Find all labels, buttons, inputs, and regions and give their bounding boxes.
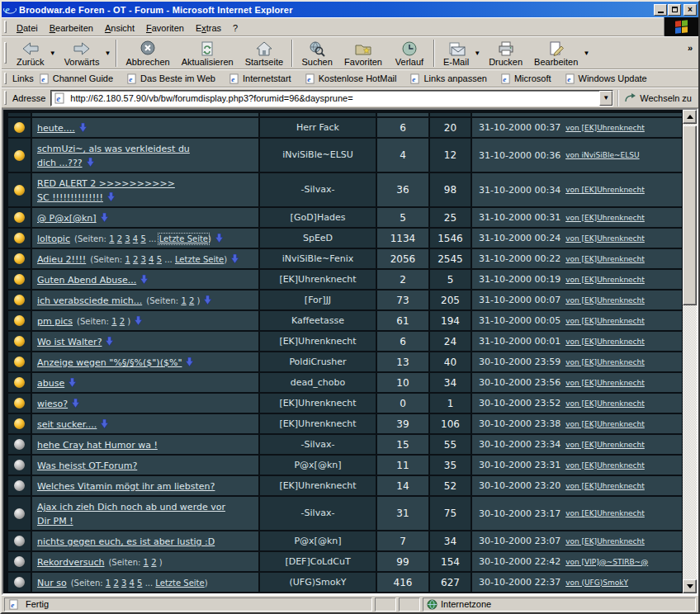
thread-link[interactable]: Anzeige wegen "%§/§%($")($%" [37,357,182,368]
menu-item-favoriten[interactable]: Favoriten [140,21,190,35]
links-item-microsoft[interactable]: eMicrosoft [500,73,551,84]
menu-item-datei[interactable]: Datei [11,21,44,35]
page-link[interactable]: 5 [157,255,162,264]
thread-link[interactable]: Adieu 2!!!! [37,254,86,265]
addressbar-grip[interactable] [4,91,7,104]
lastpost-author-link[interactable]: von [EK]Uhrenknecht [565,214,645,222]
toolbar-grip[interactable] [4,42,7,63]
address-dropdown-button[interactable]: ▼ [599,91,612,106]
lastpost-author-link[interactable]: von [EK]Uhrenknecht [565,255,645,263]
lastpost-author-link[interactable]: von [EK]Uhrenknecht [565,482,645,490]
scrollbar-track[interactable] [683,124,697,579]
goto-lastpost-icon[interactable] [107,191,115,203]
mail-button[interactable]: E-Mail ▼ [438,38,483,68]
page-link[interactable]: 5 [140,234,145,243]
stop-button[interactable]: Abbrechen [120,38,175,68]
print-button[interactable]: Drucken [483,38,528,68]
refresh-button[interactable]: Aktualisieren [176,38,239,68]
page-link[interactable]: 2 [133,255,138,264]
page-link[interactable]: 3 [125,234,130,243]
lastpost-author-link[interactable]: von [EK]Uhrenknecht [565,509,645,517]
thread-link[interactable]: @ P@x[@kn] [37,213,97,224]
thread-link[interactable]: abuse [37,378,64,389]
linksbar-grip[interactable] [4,73,7,84]
thread-link[interactable]: pm pics [37,316,73,327]
goto-lastpost-icon[interactable] [186,356,193,368]
forward-button[interactable]: Vorwärts ▼ [59,38,114,68]
thread-link[interactable]: nichts gegen euch, es ist aber lustig :D [37,536,215,547]
toolbar-overflow-button[interactable]: » [688,43,693,53]
thread-link[interactable]: Welches Vitamin mögt ihr am liebsten? [37,481,215,492]
thread-link[interactable]: Ajax ich zieh Dich noch ab und werde vor… [37,502,225,527]
minimize-button[interactable] [654,4,667,16]
page-link[interactable]: 3 [141,255,146,264]
lastpost-author-link[interactable]: von [EK]Uhrenknecht [565,420,645,428]
page-link[interactable]: 4 [130,579,135,588]
page-link[interactable]: 4 [133,234,138,243]
page-link[interactable]: 1 [181,296,186,305]
goto-lastpost-icon[interactable] [72,397,79,409]
lastpost-author-link[interactable]: von [EK]Uhrenknecht [565,379,645,387]
goto-lastpost-icon[interactable] [69,376,76,389]
page-link[interactable]: 1 [125,255,130,264]
lastpost-author-link[interactable]: von [EK]Uhrenknecht [565,296,645,305]
address-input[interactable] [69,93,599,103]
page-link[interactable]: 2 [189,296,194,305]
mail-dropdown[interactable]: ▼ [474,50,480,57]
goto-lastpost-icon[interactable] [79,121,87,134]
history-button[interactable]: Verlauf [388,38,431,68]
lastpost-author-link[interactable]: von [EK]Uhrenknecht [565,358,645,366]
page-link[interactable]: 5 [137,579,142,588]
lastpost-author-link[interactable]: von [EK]Uhrenknecht [565,234,645,243]
links-item-das-beste-im-web[interactable]: eDas Beste im Web [126,73,215,84]
goto-lastpost-icon[interactable] [87,156,94,168]
scroll-down-button[interactable] [683,579,697,593]
page-link[interactable]: 3 [121,579,126,588]
links-item-channel-guide[interactable]: eChannel Guide [39,73,113,84]
go-button[interactable]: Wechseln zu [617,90,698,106]
lastpost-author-link[interactable]: von [EK]Uhrenknecht [565,186,645,194]
links-item-windows-update[interactable]: eWindows Update [565,73,647,84]
thread-link[interactable]: Nur so [37,578,67,588]
thread-link[interactable]: Guten Abend Abuse... [37,275,136,286]
lastpost-author-link[interactable]: von [EK]Uhrenknecht [565,124,645,132]
page-link[interactable]: 2 [113,579,118,588]
goto-lastpost-icon[interactable] [101,211,108,224]
links-item-links-anpassen[interactable]: eLinks anpassen [409,73,486,84]
lastpost-author-link[interactable]: von [EK]Uhrenknecht [565,276,645,284]
back-button[interactable]: Zurück ▼ [11,38,59,68]
last-page-link[interactable]: Letzte Seite [159,234,208,243]
goto-lastpost-icon[interactable] [140,273,148,286]
goto-lastpost-icon[interactable] [231,253,239,265]
lastpost-author-link[interactable]: von [VIP]@~STIRB~@ [565,558,648,566]
thread-link[interactable]: Rekordversuch [37,557,104,568]
scroll-up-button[interactable] [683,110,697,124]
thread-link[interactable]: hehe Cray hat Humor wa ! [37,440,158,451]
lastpost-author-link[interactable]: von [EK]Uhrenknecht [565,399,645,408]
lastpost-author-link[interactable]: von iNviSiBle~ELSU [565,151,639,159]
edit-dropdown[interactable]: ▼ [583,50,589,57]
scrollbar-thumb[interactable] [683,125,697,305]
thread-link[interactable]: Was heisst OT-Forum? [37,460,137,471]
page-link[interactable]: 1 [106,579,111,588]
goto-lastpost-icon[interactable] [101,418,108,430]
goto-lastpost-icon[interactable] [204,294,211,306]
favorites-button[interactable]: Favoriten [338,38,388,68]
page-link[interactable]: 1 [144,558,149,567]
thread-link[interactable]: heute.... [37,123,75,134]
restore-button[interactable] [668,4,681,16]
close-button[interactable]: × [683,4,697,16]
goto-lastpost-icon[interactable] [135,314,142,327]
page-link[interactable]: 2 [151,558,156,567]
menu-item-ansicht[interactable]: Ansicht [99,21,140,35]
menubar-grip[interactable] [4,21,7,33]
lastpost-author-link[interactable]: von (UFG)SmokY [565,579,628,587]
thread-link[interactable]: schmUzi~, als was verkleidest du dich ..… [37,144,190,168]
thread-link[interactable]: seit sucker.... [37,419,97,430]
menu-item-item[interactable]: ? [227,21,244,35]
thread-link[interactable]: loltopic [37,234,70,244]
edit-button[interactable]: Bearbeiten ▼ [528,38,592,68]
page-link[interactable]: 4 [149,255,154,264]
lastpost-author-link[interactable]: von [EK]Uhrenknecht [565,461,645,470]
page-link[interactable]: 2 [120,317,125,326]
